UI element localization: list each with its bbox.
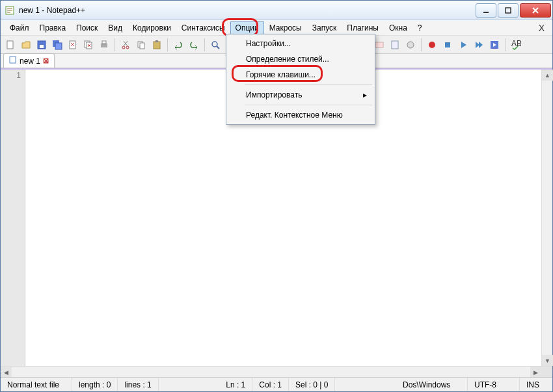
close-file-icon[interactable] [66, 38, 80, 52]
menu-run[interactable]: Запуск [307, 21, 342, 34]
cut-icon[interactable] [118, 38, 133, 52]
dropdown-import[interactable]: Импортировать ▸ [228, 87, 373, 103]
dropdown-item-label: Редакт. Контекстное Меню [246, 111, 343, 120]
svg-line-20 [217, 46, 219, 49]
app-icon [5, 5, 15, 16]
undo-icon[interactable] [171, 38, 185, 52]
svg-rect-16 [140, 43, 144, 49]
scroll-down-icon[interactable]: ▼ [542, 355, 553, 366]
menu-syntax[interactable]: Синтаксисы [176, 21, 230, 34]
save-all-icon[interactable] [50, 38, 64, 52]
find-icon[interactable] [208, 38, 223, 52]
print-icon[interactable] [97, 38, 111, 52]
status-encoding[interactable]: UTF-8 [468, 378, 520, 391]
paste-icon[interactable] [150, 38, 164, 52]
svg-text:ABC: ABC [511, 40, 521, 48]
dropdown-item-label: Импортировать [246, 90, 302, 99]
menu-plugins[interactable]: Плагины [342, 21, 384, 34]
dropdown-shortcut-mapper[interactable]: Горячие клавиши... [228, 67, 373, 83]
statusbar: Normal text file length : 0 lines : 1 Ln… [1, 377, 552, 391]
toolbar-separator [167, 38, 168, 51]
titlebar: new 1 - Notepad++ [1, 1, 552, 20]
svg-rect-17 [154, 42, 160, 49]
app-window: new 1 - Notepad++ Файл Правка Поиск Вид … [0, 0, 553, 392]
menu-encoding[interactable]: Кодировки [128, 21, 176, 34]
status-eol[interactable]: Dos\Windows [396, 378, 468, 391]
svg-rect-31 [375, 42, 383, 47]
menu-view[interactable]: Вид [103, 21, 128, 34]
macro-record-icon[interactable] [425, 38, 439, 52]
window-buttons [474, 3, 551, 18]
svg-point-19 [212, 42, 217, 47]
close-all-icon[interactable] [81, 38, 96, 52]
func-list-icon[interactable] [403, 38, 418, 52]
dropdown-item-label: Настройки... [246, 39, 291, 48]
line-number-gutter: 1 [1, 70, 25, 366]
options-dropdown: Настройки... Определение стилей... Горяч… [226, 34, 375, 125]
vertical-scrollbar[interactable]: ▲ ▼ [541, 70, 552, 366]
menu-search[interactable]: Поиск [71, 21, 103, 34]
svg-rect-32 [392, 41, 398, 49]
toolbar-separator [505, 38, 506, 51]
save-icon[interactable] [34, 38, 49, 52]
svg-rect-11 [101, 44, 107, 47]
menubar-close-x[interactable]: X [535, 23, 548, 33]
scroll-track[interactable] [12, 367, 530, 377]
minimize-button[interactable] [476, 3, 496, 18]
status-ln: Ln : 1 [219, 378, 252, 391]
close-button[interactable] [520, 3, 551, 18]
toolbar-separator [421, 38, 422, 51]
scroll-up-icon[interactable]: ▲ [542, 70, 553, 81]
scroll-left-icon[interactable]: ◀ [1, 367, 12, 378]
menu-edit[interactable]: Правка [34, 21, 72, 34]
new-icon[interactable] [3, 38, 18, 52]
macro-stop-icon[interactable] [440, 38, 455, 52]
tab-label: new 1 [20, 57, 40, 66]
doc-map-icon[interactable] [388, 38, 402, 52]
menu-help[interactable]: ? [412, 21, 427, 34]
maximize-button[interactable] [498, 3, 519, 18]
svg-rect-7 [55, 43, 62, 49]
scroll-track[interactable] [542, 81, 552, 355]
svg-rect-5 [40, 45, 44, 48]
svg-rect-35 [445, 42, 450, 47]
dropdown-preferences[interactable]: Настройки... [228, 36, 373, 51]
svg-rect-18 [155, 40, 158, 42]
macro-play-multi-icon[interactable] [472, 38, 486, 52]
toolbar-separator [115, 38, 115, 51]
macro-save-icon[interactable] [487, 38, 502, 52]
status-col: Col : 1 [252, 378, 289, 391]
copy-icon[interactable] [134, 38, 148, 52]
svg-rect-38 [10, 57, 16, 63]
status-mode[interactable]: INS [520, 378, 552, 391]
macro-play-icon[interactable] [456, 38, 470, 52]
svg-rect-12 [102, 41, 106, 44]
status-filetype: Normal text file [1, 378, 72, 391]
dropdown-edit-context-menu[interactable]: Редакт. Контекстное Меню [228, 107, 373, 123]
dropdown-separator [245, 105, 372, 105]
dropdown-item-label: Определение стилей... [246, 55, 329, 64]
scroll-right-icon[interactable]: ▶ [530, 367, 541, 378]
window-title: new 1 - Notepad++ [19, 6, 474, 15]
dropdown-style-configurator[interactable]: Определение стилей... [228, 51, 373, 67]
tab-close-icon[interactable]: ⊠ [43, 57, 49, 65]
horizontal-scrollbar[interactable]: ◀ ▶ [1, 366, 552, 377]
menu-options[interactable]: Опции [230, 21, 264, 34]
svg-point-13 [122, 46, 125, 49]
toolbar-separator [204, 38, 205, 51]
open-icon[interactable] [19, 38, 33, 52]
status-sel: Sel : 0 | 0 [289, 378, 335, 391]
dropdown-separator [245, 85, 372, 85]
spellcheck-icon[interactable]: ABC [509, 38, 523, 52]
svg-point-34 [429, 42, 435, 48]
menu-file[interactable]: Файл [5, 21, 34, 34]
menu-windows[interactable]: Окна [384, 21, 412, 34]
submenu-arrow-icon: ▸ [363, 90, 367, 99]
scrollbar-corner [541, 367, 552, 377]
status-lines: lines : 1 [118, 378, 158, 391]
document-tab[interactable]: new 1 ⊠ [3, 53, 55, 68]
svg-rect-2 [506, 8, 511, 13]
redo-icon[interactable] [187, 38, 201, 52]
menu-macros[interactable]: Макросы [264, 21, 307, 34]
svg-point-33 [407, 42, 414, 48]
